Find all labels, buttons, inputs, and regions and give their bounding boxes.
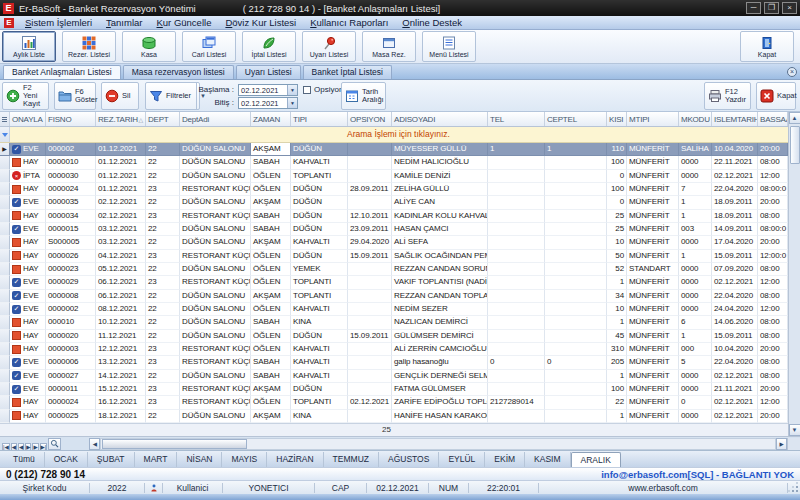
table-row[interactable]: HAY000002401.12.202123RESTORANT KÜÇÜKÖĞL… [0, 183, 788, 196]
table-row[interactable]: HAY000000312.12.202123RESTORANT KÜÇÜKÖĞL… [0, 343, 788, 356]
table-row[interactable]: HAY000002518.12.202122DÜĞÜN SALONUAKŞAMK… [0, 410, 788, 423]
table-row[interactable]: ✓EVE000003502.12.202122DÜĞÜN SALONUAKŞAM… [0, 196, 788, 209]
column-header-opsiyon[interactable]: OPSIYON [348, 112, 392, 126]
column-header-rez-tarih[interactable]: REZ.TARIH△ [96, 112, 146, 126]
column-header-mkodu[interactable]: MKODU [679, 112, 712, 126]
scroll-up-icon[interactable]: ▲ [789, 112, 800, 124]
hscroll-right-icon[interactable]: ▶ [776, 438, 787, 450]
menu-kullan-c-raporlar[interactable]: Kullanıcı Raporları [303, 17, 395, 28]
cell-tipi: DÜĞÜN [291, 183, 348, 196]
table-row[interactable]: ✓EVE000000806.12.202122DÜĞÜN SALONUAKŞAM… [0, 290, 788, 303]
month-tab-t-m[interactable]: Tümü [4, 452, 45, 467]
column-header-adisoyadi[interactable]: ADISOYADI [392, 112, 488, 126]
search-button[interactable] [48, 438, 61, 450]
column-header-islemtarih[interactable]: ISLEMTARIH [712, 112, 758, 126]
cell-dept: 22 [146, 316, 180, 329]
toolbar-rezer-listesi[interactable]: Rezer. Listesi [62, 31, 116, 62]
show-button[interactable]: F6 Göster [54, 82, 96, 110]
toolbar-masa-rez[interactable]: Masa Rez. [362, 31, 416, 62]
table-row[interactable]: ×İPTA000003001.12.202122DÜĞÜN SALONUÖĞLE… [0, 170, 788, 183]
table-row[interactable]: HAYS00000503.12.202122DÜĞÜN SALONUAKŞAMK… [0, 236, 788, 249]
close-button[interactable]: × [782, 2, 797, 14]
table-row[interactable]: ✓EVE000000613.12.202123RESTORANT KÜÇÜKSA… [0, 356, 788, 369]
table-row[interactable]: HAY000002011.12.202122DÜĞÜN SALONUÖĞLEND… [0, 330, 788, 343]
menu-online-destek[interactable]: Online Destek [395, 17, 469, 28]
column-header-tipi[interactable]: TIPI [291, 112, 348, 126]
toolbar-kapat[interactable]: Kapat [740, 31, 794, 62]
month-tab-mayis[interactable]: MAYIS [222, 452, 267, 467]
maximize-button[interactable]: ❐ [764, 2, 779, 14]
grid-search-row[interactable]: Arama İşlemi için tıklayınız. [0, 127, 788, 143]
end-date-combo[interactable]: 02.12.2021 ▼ [238, 97, 298, 109]
chevron-down-icon[interactable]: ▼ [287, 98, 297, 108]
scroll-down-icon[interactable]: ▼ [789, 424, 800, 436]
column-header-deptadi[interactable]: DeptAdi [180, 112, 251, 126]
column-header-ceptel[interactable]: CEPTEL [545, 112, 607, 126]
month-tab-hazi-ran[interactable]: HAZİRAN [267, 452, 323, 467]
month-tab-eki-m[interactable]: EKİM [485, 452, 525, 467]
table-row[interactable]: HAY000002604.12.202123RESTORANT KÜÇÜKÖĞL… [0, 250, 788, 263]
close-list-button[interactable]: Kapat [756, 82, 796, 110]
minimize-button[interactable]: ─ [746, 2, 761, 14]
table-row[interactable]: HAY000001001.12.202122DÜĞÜN SALONUSABAHK… [0, 156, 788, 169]
menu-tan-mlar[interactable]: Tanımlar [99, 17, 149, 28]
column-header-dept[interactable]: DEPT [146, 112, 180, 126]
toolbar-uyar-listesi[interactable]: Uyarı Listesi [302, 31, 356, 62]
month-tab-aralik[interactable]: ARALIK [571, 452, 621, 467]
horizontal-scroll-thumb[interactable] [102, 439, 247, 449]
column-header-kisi[interactable]: KISI [607, 112, 627, 126]
tab-banket-i-ptal-listesi[interactable]: Banket İptal Listesi [303, 65, 392, 79]
table-row[interactable]: ▶✓EVE00000201.12.202122DÜĞÜN SALONUAKŞAM… [0, 143, 788, 156]
print-button[interactable]: F12 Yazdır [704, 82, 751, 110]
table-row[interactable]: ✓EVE000001503.12.202122DÜĞÜN SALONUSABAH… [0, 223, 788, 236]
hscroll-left-icon[interactable]: ◀ [89, 438, 100, 450]
toolbar-ayl-k-liste[interactable]: Aylık Liste [2, 31, 56, 62]
vertical-scroll-thumb[interactable] [790, 126, 800, 164]
tab-uyar-listesi[interactable]: Uyarı Listesi [236, 65, 301, 79]
month-tab-eyl-l[interactable]: EYLÜL [439, 452, 485, 467]
month-tab-ubat[interactable]: ŞUBAT [88, 452, 135, 467]
option-checkbox[interactable] [303, 86, 311, 94]
month-tab-a-ustos[interactable]: AĞUSTOS [379, 452, 439, 467]
new-record-button[interactable]: F2 Yeni Kayıt [2, 82, 49, 110]
grid-options-icon[interactable] [0, 112, 10, 126]
resize-grip[interactable] [788, 482, 800, 494]
toolbar-i-ptal-listesi[interactable]: İptal Listesi [242, 31, 296, 62]
start-date-combo[interactable]: 02.12.2021 ▼ [238, 84, 298, 96]
month-tab-mart[interactable]: MART [135, 452, 178, 467]
table-row[interactable]: HAY000003402.12.202123RESTORANT KÜÇÜKSAB… [0, 210, 788, 223]
filters-button[interactable]: Filtreler ▼ [145, 82, 200, 110]
month-tab-ocak[interactable]: OCAK [45, 452, 88, 467]
delete-button[interactable]: Sil [101, 82, 139, 110]
table-row[interactable]: HAY000002305.12.202122DÜĞÜN SALONUÖĞLENY… [0, 263, 788, 276]
chevron-down-icon[interactable]: ▼ [287, 85, 297, 95]
column-header-bassaat[interactable]: BASSAAT [758, 112, 788, 126]
table-row[interactable]: ✓EVE000001115.12.202123RESTORANT KÜÇÜKAK… [0, 383, 788, 396]
column-header-onayla[interactable]: ONAYLA [10, 112, 46, 126]
month-tab-temmuz[interactable]: TEMMUZ [324, 452, 379, 467]
toolbar-cari-listesi[interactable]: Cari Listesi [182, 31, 236, 62]
tab-masa-rezervasyon-listesi[interactable]: Masa rezervasyon listesi [123, 65, 234, 79]
horizontal-scrollbar[interactable] [100, 438, 776, 450]
tab-banket-anla-malar-listesi[interactable]: Banket Anlaşmaları Listesi [3, 65, 121, 79]
month-tab-ni-san[interactable]: NİSAN [177, 452, 222, 467]
menu-kur-g-ncelle[interactable]: Kur Güncelle [149, 17, 218, 28]
tab-close-icon[interactable]: × [787, 67, 797, 77]
date-range-button[interactable]: Tarih Aralığı [341, 82, 386, 110]
menu-d-viz-kur-listesi[interactable]: Döviz Kur Listesi [218, 17, 303, 28]
toolbar-men-listesi[interactable]: Menü Listesi [422, 31, 476, 62]
table-row[interactable]: HAY000002416.12.202123RESTORANT KÜÇÜKÖĞL… [0, 396, 788, 409]
column-header-mtipi[interactable]: MTIPI [627, 112, 679, 126]
column-header-fisno[interactable]: FISNO [46, 112, 96, 126]
menu-sistem-i-lemleri[interactable]: Sistem İşlemleri [18, 17, 99, 28]
table-row[interactable]: ✓EVE000000208.12.202122DÜĞÜN SALONUÖĞLEN… [0, 303, 788, 316]
table-row[interactable]: ✓EVE000002714.12.202122DÜĞÜN SALONUSABAH… [0, 370, 788, 383]
toolbar-kasa[interactable]: Kasa [122, 31, 176, 62]
cell-tel [488, 303, 545, 316]
table-row[interactable]: HAY00001010.12.202122DÜĞÜN SALONUSABAHKI… [0, 316, 788, 329]
table-row[interactable]: ✓EVE000002906.12.202123RESTORANT KÜÇÜKÖĞ… [0, 276, 788, 289]
month-tab-kasim[interactable]: KASIM [525, 452, 570, 467]
vertical-scrollbar[interactable]: ▲ ▼ [788, 112, 800, 436]
column-header-zaman[interactable]: ZAMAN [251, 112, 291, 126]
column-header-tel[interactable]: TEL [488, 112, 545, 126]
